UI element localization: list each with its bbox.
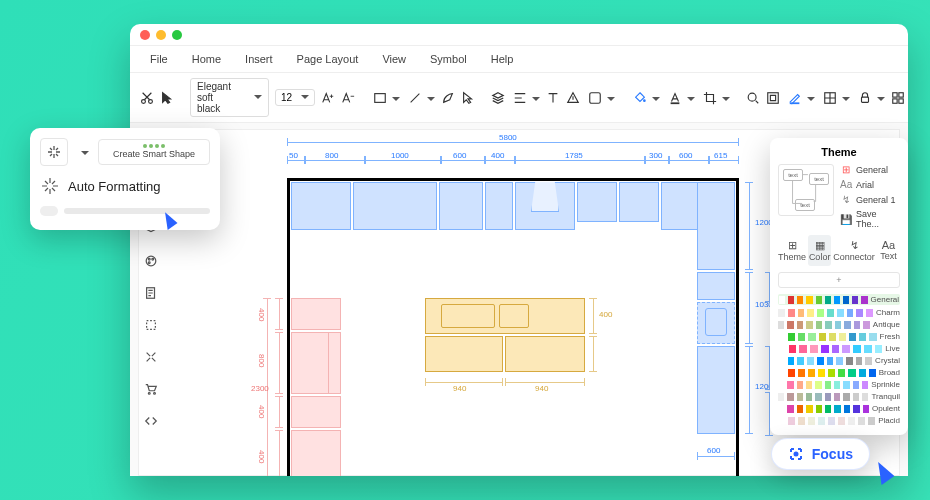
color-swatch (787, 405, 793, 413)
color-swatch (834, 296, 840, 304)
minimize-window-icon[interactable] (156, 30, 166, 40)
swatch-row-tranquil[interactable]: Tranquil (778, 392, 900, 401)
grid-layout-icon[interactable] (891, 89, 905, 107)
side-tool-palette[interactable] (140, 250, 162, 272)
zoom-icon[interactable] (746, 89, 760, 107)
layers-icon[interactable] (491, 89, 505, 107)
swatch-row-sprinkle[interactable]: Sprinkle (778, 380, 900, 389)
swatch-row-live[interactable]: Live (778, 344, 900, 353)
line-icon[interactable] (406, 89, 424, 107)
cabinet-red[interactable] (291, 396, 341, 428)
text-icon[interactable] (546, 89, 560, 107)
fit-page-icon[interactable] (766, 89, 780, 107)
fill-icon[interactable] (631, 89, 649, 107)
swatch-row-general[interactable]: General (778, 294, 900, 305)
swatch-row-fresh[interactable]: Fresh (778, 332, 900, 341)
lock-icon[interactable] (856, 89, 874, 107)
menu-home[interactable]: Home (182, 50, 231, 68)
menu-view[interactable]: View (372, 50, 416, 68)
chevron-down-icon[interactable] (76, 138, 90, 166)
chevron-down-icon[interactable] (804, 89, 815, 107)
side-tool-expand[interactable] (140, 346, 162, 368)
color-swatch (806, 296, 812, 304)
warning-triangle-icon[interactable] (566, 89, 580, 107)
menu-help[interactable]: Help (481, 50, 524, 68)
color-swatch (834, 393, 840, 401)
font-size-select[interactable]: 12 (275, 89, 315, 106)
swatch-label: Antique (873, 320, 900, 329)
format-slider[interactable] (40, 206, 210, 216)
align-icon[interactable] (511, 89, 529, 107)
side-tool-code[interactable] (140, 410, 162, 432)
decrease-font-icon[interactable] (341, 89, 355, 107)
cabinet[interactable] (485, 182, 513, 230)
pen-icon[interactable] (441, 89, 455, 107)
cabinet-red[interactable] (291, 430, 341, 476)
rectangle-icon[interactable] (371, 89, 389, 107)
font-select[interactable]: Elegant soft black (190, 78, 269, 117)
theme-list-arial[interactable]: AaArial (840, 179, 900, 190)
swatch-row-opulent[interactable]: Opulent (778, 404, 900, 413)
cabinet[interactable] (577, 182, 617, 222)
swatch-row-antique[interactable]: Antique (778, 320, 900, 329)
side-tool-cart[interactable] (140, 378, 162, 400)
chevron-down-icon[interactable] (529, 89, 540, 107)
chevron-down-icon[interactable] (874, 89, 885, 107)
menu-page-layout[interactable]: Page Layout (287, 50, 369, 68)
cabinet[interactable] (661, 182, 701, 230)
style-icon[interactable] (586, 89, 604, 107)
chevron-down-icon[interactable] (839, 89, 850, 107)
menu-symbol[interactable]: Symbol (420, 50, 477, 68)
cabinet-red[interactable] (291, 298, 341, 330)
color-swatch (798, 309, 805, 317)
cabinet[interactable] (619, 182, 659, 222)
theme-tab-theme[interactable]: ⊞Theme (778, 235, 806, 266)
swatch-row-charm[interactable]: Charm (778, 308, 900, 317)
chevron-down-icon[interactable] (684, 89, 695, 107)
chevron-down-icon[interactable] (604, 89, 615, 107)
theme-tab-connector[interactable]: ↯Connector (833, 235, 875, 266)
text-color-icon[interactable] (666, 89, 684, 107)
menu-file[interactable]: File (140, 50, 178, 68)
create-smart-shape-button[interactable]: Create Smart Shape (98, 139, 210, 165)
cabinet[interactable] (697, 182, 735, 270)
focus-button[interactable]: Focus (771, 438, 870, 470)
cabinet[interactable] (291, 182, 351, 230)
dimension-line (505, 382, 585, 383)
color-swatch (788, 369, 795, 377)
theme-tab-color[interactable]: ▦Color (808, 235, 831, 266)
chevron-down-icon[interactable] (389, 89, 400, 107)
chevron-down-icon[interactable] (649, 89, 660, 107)
add-theme-button[interactable]: + (778, 272, 900, 288)
swatch-label: Charm (876, 308, 900, 317)
theme-tab-text[interactable]: AaText (877, 235, 900, 266)
island-cabinet[interactable] (425, 336, 503, 372)
side-tool-page[interactable] (140, 282, 162, 304)
theme-list-general1[interactable]: ↯General 1 (840, 194, 900, 205)
cabinet[interactable] (697, 272, 735, 300)
crop-icon[interactable] (701, 89, 719, 107)
cut-icon[interactable] (140, 89, 154, 107)
cabinet[interactable] (353, 182, 437, 230)
edit-line-icon[interactable] (786, 89, 804, 107)
close-window-icon[interactable] (140, 30, 150, 40)
chevron-down-icon[interactable] (424, 89, 435, 107)
cabinet[interactable] (697, 346, 735, 434)
dimension-value: 1785 (565, 151, 583, 160)
increase-font-icon[interactable] (321, 89, 335, 107)
side-tool-box[interactable] (140, 314, 162, 336)
sparkle-icon[interactable] (40, 138, 68, 166)
theme-list-save[interactable]: 💾Save The... (840, 209, 900, 229)
menu-insert[interactable]: Insert (235, 50, 283, 68)
swatch-row-crystal[interactable]: Crystal (778, 356, 900, 365)
island-cabinet[interactable] (505, 336, 585, 372)
theme-list-general[interactable]: ⊞General (840, 164, 900, 175)
cabinet[interactable] (439, 182, 483, 230)
cursor-icon[interactable] (160, 89, 174, 107)
swatch-row-broad[interactable]: Broad (778, 368, 900, 377)
table-icon[interactable] (821, 89, 839, 107)
swatch-row-placid[interactable]: Placid (778, 416, 900, 425)
pointer-outline-icon[interactable] (461, 89, 475, 107)
maximize-window-icon[interactable] (172, 30, 182, 40)
chevron-down-icon[interactable] (719, 89, 730, 107)
